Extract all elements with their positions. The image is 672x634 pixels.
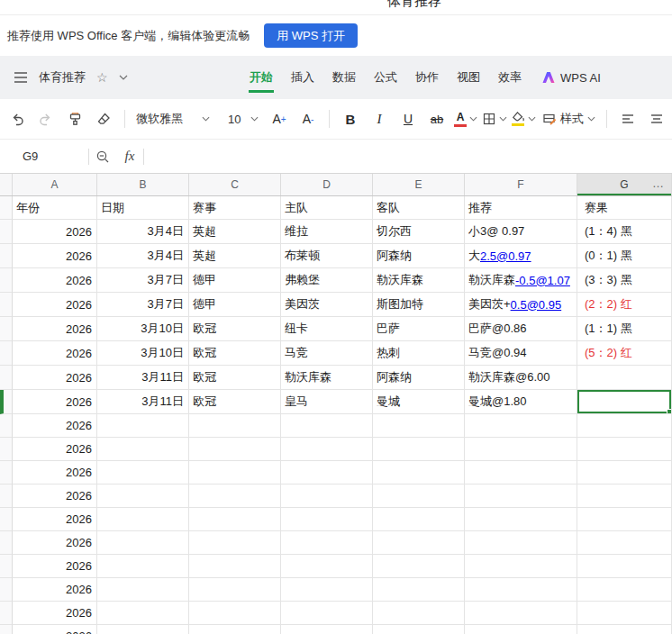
increase-font-button[interactable]: A+ [266,105,293,132]
cell-tip[interactable]: 曼城@1.80 [465,390,577,414]
row-header[interactable] [0,341,13,366]
cell[interactable]: 欧冠 [189,317,281,341]
cell[interactable]: 2026 [13,485,97,508]
row-header[interactable] [0,390,13,414]
font-name-select[interactable]: 微软雅黑 [132,105,213,132]
tab-home[interactable]: 开始 [250,69,273,86]
row-header[interactable] [0,531,13,555]
cell-result[interactable]: (1：1) 黑 [577,317,672,341]
eraser-button[interactable] [90,105,117,132]
column-header-E[interactable]: E [373,174,465,195]
cell[interactable]: 美因茨 [281,293,373,317]
cell[interactable]: 欧冠 [189,366,281,390]
row-header[interactable] [0,625,13,634]
cell[interactable] [189,531,281,555]
cell[interactable] [281,461,373,485]
undo-button[interactable] [4,105,31,132]
cell-tip[interactable] [465,461,577,485]
header-cell-6[interactable]: 赛果 [577,196,672,220]
row-header-corner[interactable] [0,174,13,195]
cell[interactable] [373,555,465,578]
column-header-D[interactable]: D [281,174,373,195]
bold-button[interactable]: B [337,105,364,132]
cell[interactable]: 3月4日 [97,220,189,244]
row-header[interactable] [0,414,13,438]
row-header[interactable] [0,244,13,268]
cell-tip[interactable] [465,485,577,508]
cell[interactable]: 2026 [13,438,97,461]
column-header-B[interactable]: B [97,174,189,195]
cell[interactable]: 2026 [13,341,97,366]
cell[interactable] [97,555,189,578]
cell[interactable]: 2026 [13,244,97,268]
cell[interactable]: 弗赖堡 [281,268,373,293]
cell[interactable]: 曼城 [373,390,465,414]
tip-link[interactable]: 0.5@0.95 [511,298,562,312]
row-header[interactable] [0,555,13,578]
cell-tip[interactable]: 勒沃库森-0.5@1.07 [465,268,577,293]
cell[interactable] [281,508,373,531]
fill-handle[interactable] [667,409,671,413]
cell-result[interactable] [577,555,672,578]
strikethrough-button[interactable]: ab [423,105,450,132]
cell[interactable]: 巴萨 [373,317,465,341]
name-box[interactable]: G9 [0,149,88,163]
row-header[interactable] [0,293,13,317]
cell[interactable]: 2026 [13,508,97,531]
cell-tip[interactable]: 勒沃库森@6.00 [465,366,577,390]
cell[interactable] [373,414,465,438]
cell-result[interactable] [577,390,672,414]
cell[interactable] [97,531,189,555]
more-columns-icon[interactable]: … [652,177,665,190]
cell[interactable]: 欧冠 [189,390,281,414]
cell[interactable] [189,625,281,634]
cell-result[interactable] [577,508,672,531]
cell-tip[interactable]: 美因茨+0.5@0.95 [465,293,577,317]
column-header-A[interactable]: A [13,174,97,195]
tab-insert[interactable]: 插入 [291,69,314,86]
cell-tip[interactable] [465,414,577,438]
cell[interactable]: 勒沃库森 [281,366,373,390]
column-header-C[interactable]: C [189,174,281,195]
cell[interactable]: 2026 [13,268,97,293]
cell[interactable]: 德甲 [189,293,281,317]
tab-data[interactable]: 数据 [332,69,356,86]
column-header-F[interactable]: F [465,174,577,195]
decrease-font-button[interactable]: A- [295,105,322,132]
cell[interactable] [97,414,189,438]
cell[interactable] [97,508,189,531]
cell-result[interactable] [577,602,672,625]
cell[interactable] [373,438,465,461]
insert-function-button[interactable]: fx [116,144,143,169]
underline-button[interactable]: U [395,105,422,132]
cell[interactable] [373,531,465,555]
cell[interactable] [97,461,189,485]
row-header[interactable] [0,602,13,625]
cell[interactable] [281,531,373,555]
cell[interactable]: 切尔西 [373,220,465,244]
cell-result[interactable] [577,625,672,634]
cell[interactable]: 欧冠 [189,341,281,366]
cell-tip[interactable] [465,555,577,578]
cell[interactable]: 阿森纳 [373,366,465,390]
cell[interactable]: 2026 [13,578,97,602]
cell-result[interactable]: (5：2) 红 [577,341,672,366]
cell[interactable]: 2026 [13,531,97,555]
cell[interactable]: 3月7日 [97,293,189,317]
cell-result[interactable] [577,485,672,508]
cell-tip[interactable]: 大2.5@0.97 [465,244,577,268]
cell-tip[interactable]: 马竞@0.94 [465,341,577,366]
cell[interactable]: 3月10日 [97,341,189,366]
cell[interactable]: 马竞 [281,341,373,366]
cell[interactable]: 2026 [13,293,97,317]
cell[interactable] [373,578,465,602]
cell[interactable]: 2026 [13,602,97,625]
tab-collaborate[interactable]: 协作 [415,69,439,86]
cell[interactable] [281,555,373,578]
cell-tip[interactable] [465,625,577,634]
header-cell-2[interactable]: 赛事 [189,196,281,220]
cell-result[interactable] [577,578,672,602]
cell-tip[interactable] [465,508,577,531]
cell[interactable] [97,578,189,602]
cell[interactable]: 皇马 [281,390,373,414]
